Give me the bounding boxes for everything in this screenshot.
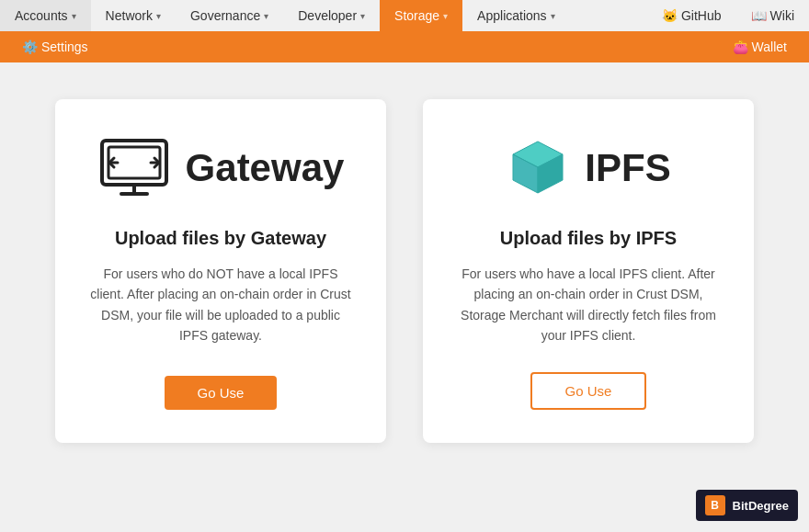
settings-icon: ⚙️ <box>22 40 38 54</box>
github-icon: 🐱 <box>662 8 678 23</box>
nav-label-network: Network <box>106 8 153 23</box>
gateway-go-use-button[interactable]: Go Use <box>165 376 278 410</box>
nav-label-settings: Settings <box>41 40 88 54</box>
nav-label-developer: Developer <box>298 8 357 23</box>
ipfs-title: IPFS <box>585 146 670 190</box>
chevron-down-icon: ▾ <box>551 11 555 21</box>
nav-label-applications: Applications <box>477 8 547 23</box>
chevron-down-icon: ▾ <box>156 11 161 21</box>
nav-secondary-bar: ⚙️ Settings 👛 Wallet <box>0 31 809 62</box>
nav-secondary-right: 👛 Wallet <box>718 31 802 62</box>
gateway-description: For users who do NOT have a local IPFS c… <box>88 264 353 350</box>
nav-label-storage: Storage <box>394 8 439 23</box>
gateway-title: Gateway <box>186 146 345 190</box>
chevron-down-icon: ▾ <box>264 11 268 21</box>
nav-item-accounts[interactable]: Accounts ▾ <box>0 0 91 31</box>
nav-label-accounts: Accounts <box>15 8 68 23</box>
wallet-icon: 👛 <box>733 40 748 54</box>
bitdegree-badge: B BitDegree <box>696 490 798 521</box>
main-content: Gateway Upload files by Gateway For user… <box>0 62 809 480</box>
chevron-down-icon: ▾ <box>360 11 365 21</box>
nav-item-settings[interactable]: ⚙️ Settings <box>7 31 103 62</box>
nav-item-applications[interactable]: Applications ▾ <box>462 0 570 31</box>
ipfs-description: For users who have a local IPFS client. … <box>456 264 721 346</box>
chevron-down-icon: ▾ <box>443 11 448 21</box>
nav-label-wiki: Wiki <box>770 8 794 23</box>
gateway-heading: Upload files by Gateway <box>115 228 326 249</box>
ipfs-card: IPFS Upload files by IPFS For users who … <box>423 99 754 443</box>
nav-label-github: GitHub <box>681 8 722 23</box>
ipfs-go-use-button[interactable]: Go Use <box>530 372 647 410</box>
nav-item-wallet[interactable]: 👛 Wallet <box>718 31 802 62</box>
navbar: Accounts ▾ Network ▾ Governance ▾ Develo… <box>0 0 809 62</box>
gateway-card: Gateway Upload files by Gateway For user… <box>55 99 386 443</box>
bitdegree-label: BitDegree <box>733 499 789 513</box>
gateway-icon <box>97 136 171 200</box>
nav-label-wallet: Wallet <box>752 40 787 54</box>
nav-item-governance[interactable]: Governance ▾ <box>176 0 283 31</box>
nav-item-network[interactable]: Network ▾ <box>91 0 176 31</box>
nav-item-github[interactable]: 🐱 GitHub <box>647 0 736 31</box>
bitdegree-logo: B <box>705 495 725 515</box>
chevron-down-icon: ▾ <box>72 11 76 21</box>
wiki-icon: 📖 <box>751 8 767 23</box>
gateway-icon-area: Gateway <box>97 136 345 200</box>
nav-item-developer[interactable]: Developer ▾ <box>283 0 380 31</box>
nav-item-wiki[interactable]: 📖 Wiki <box>736 0 809 31</box>
nav-top-right: 🐱 GitHub 📖 Wiki <box>647 0 809 31</box>
nav-label-governance: Governance <box>190 8 260 23</box>
nav-item-storage[interactable]: Storage ▾ <box>380 0 462 31</box>
nav-top-bar: Accounts ▾ Network ▾ Governance ▾ Develo… <box>0 0 809 31</box>
ipfs-icon-area: IPFS <box>506 136 670 200</box>
ipfs-heading: Upload files by IPFS <box>500 228 677 249</box>
ipfs-cube-icon <box>506 136 570 200</box>
